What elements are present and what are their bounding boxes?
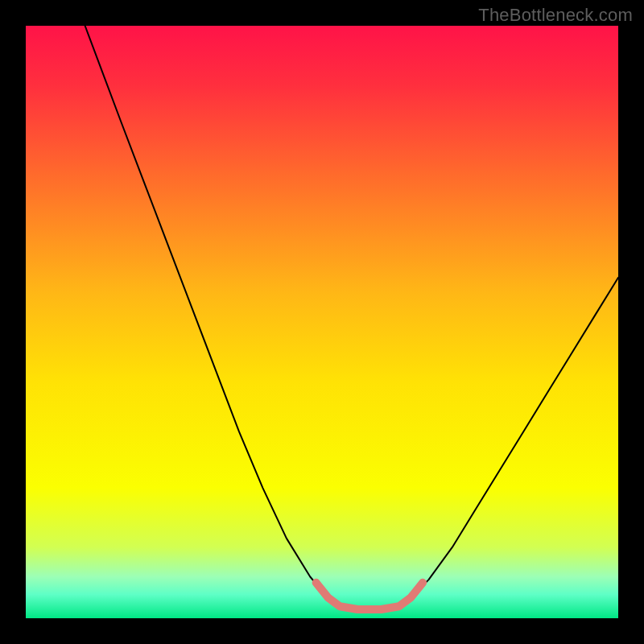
gradient-background <box>26 26 618 618</box>
bottleneck-chart <box>26 26 618 618</box>
watermark-text: TheBottleneck.com <box>478 5 633 26</box>
plot-area <box>26 26 618 618</box>
chart-frame: TheBottleneck.com <box>0 0 644 644</box>
